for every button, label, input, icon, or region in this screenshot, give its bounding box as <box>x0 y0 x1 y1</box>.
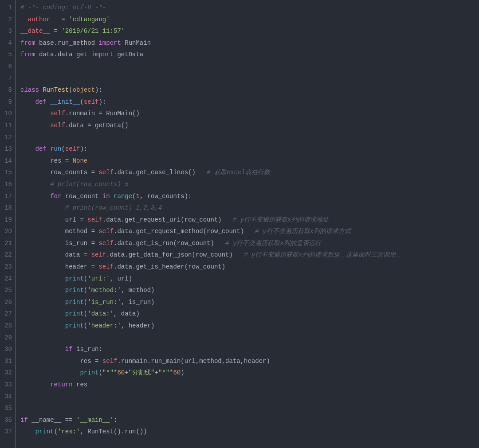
token-sf: self <box>87 216 102 223</box>
token-st: "分割线" <box>129 369 155 376</box>
token-bi: print <box>65 287 84 294</box>
code-line[interactable]: for row_count in range(1, row_counts): <box>20 191 479 203</box>
line-number: 15 <box>0 167 12 179</box>
code-line[interactable]: def run(self): <box>20 143 479 155</box>
code-line[interactable] <box>20 332 479 344</box>
code-line[interactable]: if __name__ == '__main__': <box>20 414 479 426</box>
line-number: 16 <box>0 179 12 191</box>
token-bi: print <box>80 369 98 376</box>
token-kw: def <box>35 145 51 152</box>
code-line[interactable]: url = self.data.get_request_url(row_coun… <box>20 214 479 226</box>
token-pn: ( <box>84 299 87 306</box>
code-editor[interactable]: 1234567891011121314151617181920212223242… <box>0 0 479 448</box>
line-number: 21 <box>0 238 12 249</box>
line-number: 20 <box>0 226 12 238</box>
line-number: 12 <box>0 132 12 144</box>
token-st: "*" <box>158 369 169 376</box>
code-line[interactable] <box>20 391 479 403</box>
code-line[interactable]: row_counts = self.data.get_case_lines() … <box>20 167 479 179</box>
code-line[interactable]: # -*- coding: utf-8 -*- <box>20 2 479 14</box>
code-line[interactable]: # print(row_count) 1,2,3,4 <box>20 202 479 214</box>
token-kw: from <box>20 39 35 47</box>
code-line[interactable]: print('data:', data) <box>20 308 479 320</box>
token-pn: method = <box>20 228 98 235</box>
token-sf: self <box>98 240 114 247</box>
token-nm: object <box>73 86 95 93</box>
code-line[interactable]: data = self.data.get_data_for_json(row_c… <box>20 249 479 261</box>
code-line[interactable]: # print(row_counts) 5 <box>20 179 479 191</box>
code-line[interactable]: method = self.data.get_request_method(ro… <box>20 226 479 238</box>
token-pn: .data.get_case_lines() <box>114 169 207 176</box>
token-kw: if <box>65 346 73 353</box>
token-pn: * <box>169 369 173 376</box>
code-line[interactable]: __date__ = '2019/6/21 11:57' <box>20 25 479 37</box>
token-st: 'is_run:' <box>87 299 121 306</box>
code-line[interactable]: self.runmain = RunMain() <box>20 108 479 120</box>
code-line[interactable]: if is_run: <box>20 343 479 355</box>
line-number: 30 <box>0 343 12 355</box>
token-st: '__main__' <box>76 417 114 424</box>
line-number: 11 <box>0 120 12 132</box>
token-pn <box>20 287 65 294</box>
line-number: 26 <box>0 296 12 308</box>
token-pn: + <box>155 369 158 376</box>
code-line[interactable]: print('header:', header) <box>20 320 479 332</box>
code-line[interactable]: print('url:', url) <box>20 273 479 285</box>
code-line[interactable]: res = self.runmain.run_main(url,method,d… <box>20 355 479 367</box>
token-pn <box>20 322 65 329</box>
code-area[interactable]: # -*- coding: utf-8 -*-__author__ = 'cdt… <box>16 0 479 448</box>
code-line[interactable]: __author__ = 'cdtaogang' <box>20 14 479 26</box>
token-kw: if <box>20 417 28 424</box>
code-line[interactable] <box>20 402 479 414</box>
line-number-gutter: 1234567891011121314151617181920212223242… <box>0 0 16 448</box>
token-st: 'method:' <box>87 287 121 294</box>
line-number: 10 <box>0 108 12 120</box>
token-pn: data.data_get <box>35 51 91 58</box>
token-pn: ( <box>61 145 65 152</box>
token-pn: url = <box>20 216 87 223</box>
token-pn: .data.get_is_header(row_count) <box>114 263 225 270</box>
token-bi: print <box>65 275 84 282</box>
token-pn <box>110 193 114 200</box>
token-pn: , RunTest().run()) <box>80 428 147 435</box>
token-pn <box>20 98 35 105</box>
code-line[interactable]: from data.data_get import getData <box>20 49 479 61</box>
token-pn: + <box>125 369 128 376</box>
code-line[interactable]: header = self.data.get_is_header(row_cou… <box>20 261 479 273</box>
line-number: 29 <box>0 332 12 344</box>
line-number: 7 <box>0 73 12 85</box>
code-line[interactable]: print("*"*60+"分割线"+"*"*60) <box>20 367 479 379</box>
code-line[interactable]: class RunTest(object): <box>20 84 479 96</box>
token-pn <box>20 204 65 211</box>
code-line[interactable] <box>20 61 479 73</box>
code-line[interactable]: print('method:', method) <box>20 284 479 296</box>
token-pn <box>20 299 65 306</box>
token-pn: ( <box>80 98 83 105</box>
token-pn: ( <box>132 193 136 200</box>
token-cm: # y行不变遍历获取x列的是否运行 <box>225 240 321 247</box>
token-pn: ( <box>84 287 87 294</box>
code-line[interactable]: print('is_run:', is_run) <box>20 296 479 308</box>
code-line[interactable]: from base.run_method import RunMain <box>20 37 479 49</box>
code-line[interactable]: return res <box>20 379 479 391</box>
token-pn: ( <box>84 275 87 282</box>
code-line[interactable]: self.data = getData() <box>20 120 479 132</box>
token-pn: , row_counts): <box>140 193 192 200</box>
code-line[interactable]: def __init__(self): <box>20 96 479 108</box>
token-st: 'header:' <box>87 322 121 329</box>
line-number: 37 <box>0 426 12 438</box>
code-line[interactable]: res = None <box>20 155 479 167</box>
code-line[interactable]: is_run = self.data.get_is_run(row_count)… <box>20 238 479 249</box>
line-number: 5 <box>0 49 12 61</box>
token-pn: ( <box>84 322 87 329</box>
token-kw: class <box>20 86 43 93</box>
code-line[interactable] <box>20 132 479 144</box>
token-pn: : <box>114 417 117 424</box>
line-number: 36 <box>0 414 12 426</box>
token-kw: import <box>98 39 121 47</box>
token-pn: is_run: <box>73 346 102 353</box>
token-nm: 60 <box>117 369 125 376</box>
code-line[interactable]: print('res:', RunTest().run()) <box>20 426 479 438</box>
token-pn: = <box>50 27 61 35</box>
code-line[interactable] <box>20 73 479 85</box>
